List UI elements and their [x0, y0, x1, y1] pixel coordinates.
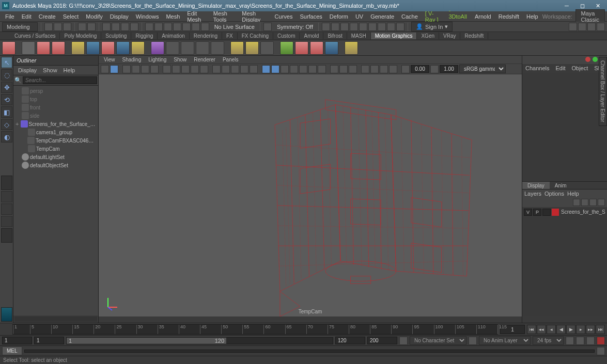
layout-two-icon[interactable] — [1, 203, 12, 215]
playblast-icon[interactable] — [387, 23, 395, 31]
vp-lights-icon[interactable] — [240, 65, 248, 73]
script-editor-icon[interactable] — [597, 347, 605, 355]
vp-wireframe-icon[interactable] — [212, 65, 221, 73]
shelf-tab-animation[interactable]: Animation — [158, 33, 189, 39]
vp-resolution-gate-icon[interactable] — [181, 65, 190, 73]
menu-surfaces[interactable]: Surfaces — [297, 12, 325, 21]
vp-exposure-input[interactable] — [411, 65, 429, 73]
menu-uv[interactable]: UV — [352, 12, 366, 21]
paint-select-icon[interactable] — [121, 23, 129, 31]
menu-select[interactable]: Select — [60, 12, 82, 21]
outliner-item[interactable]: front — [13, 103, 98, 112]
shelf-button[interactable] — [22, 41, 35, 55]
viewport-3d[interactable]: TempCam — [99, 74, 522, 316]
panel-layout-icon-2[interactable] — [578, 23, 586, 31]
open-scene-icon[interactable] — [54, 23, 62, 31]
range-track[interactable]: 1120 — [66, 337, 333, 344]
layer-menu-options[interactable]: Options — [544, 191, 564, 197]
vp-mode-4-icon[interactable] — [370, 65, 379, 73]
mode-selector[interactable]: Modeling — [2, 22, 38, 31]
shelf-mash-icon[interactable] — [2, 41, 15, 55]
outliner-menu-show[interactable]: Show — [40, 67, 60, 74]
render-setup-icon[interactable] — [378, 23, 386, 31]
vp-ao-icon[interactable] — [290, 65, 298, 73]
shelf-tab-mash[interactable]: MASH — [347, 33, 371, 39]
shelf-button[interactable] — [310, 41, 323, 55]
cb-tab-channels[interactable]: Channels — [522, 64, 552, 73]
menu-help[interactable]: Help — [523, 12, 541, 21]
shelf-button[interactable] — [325, 41, 338, 55]
vp-mode-5-icon[interactable] — [380, 65, 388, 73]
vp-mode-6-icon[interactable] — [389, 65, 397, 73]
outliner-item[interactable]: side — [13, 112, 98, 120]
menu-curves[interactable]: Curves — [272, 12, 296, 21]
time-ruler[interactable]: 1510152025303540455055606570758085909510… — [12, 324, 498, 335]
sign-in-button[interactable]: 👤 Sign In ▾ — [411, 22, 453, 31]
shelf-tab-fx[interactable]: FX — [222, 33, 238, 39]
play-forward-icon[interactable]: ▶ — [566, 325, 575, 334]
outliner-menu-help[interactable]: Help — [61, 67, 78, 74]
vp-gamma-input[interactable] — [440, 65, 458, 73]
menu-modify[interactable]: Modify — [83, 12, 105, 21]
vp-xray-joints-icon[interactable] — [281, 65, 289, 73]
redo-icon[interactable] — [87, 23, 96, 31]
select-mode-icon[interactable] — [102, 23, 111, 31]
layer-row[interactable]: V P Screens_for_the_Surface_Mini — [523, 208, 606, 216]
vp-grease-icon[interactable] — [150, 65, 159, 73]
shelf-tab-poly-modeling[interactable]: Poly Modeling — [60, 33, 101, 39]
history-icon[interactable] — [322, 23, 330, 31]
vp-colorspace-select[interactable]: sRGB gamma — [459, 65, 506, 73]
shelf-button[interactable] — [245, 41, 259, 55]
panel-layout-icon-3[interactable] — [587, 23, 596, 31]
menu-file[interactable]: File — [2, 12, 18, 21]
shelf-tab-xgen[interactable]: XGen — [417, 33, 439, 39]
shelf-svg-icon[interactable] — [52, 41, 65, 55]
cb-tab-object[interactable]: Object — [568, 64, 591, 73]
move-tool-icon[interactable]: ✥ — [1, 82, 12, 93]
vp-shaded-icon[interactable] — [222, 65, 230, 73]
step-forward-icon[interactable]: ▸ — [576, 325, 585, 334]
undo-icon[interactable] — [78, 23, 86, 31]
display-tab[interactable]: Display — [522, 182, 550, 189]
menu-generate[interactable]: Generate — [367, 12, 397, 21]
vp-mode-2-icon[interactable] — [349, 65, 357, 73]
scale-tool-icon[interactable]: ◧ — [1, 106, 12, 118]
snap-plane-icon[interactable] — [173, 23, 181, 31]
layer-menu-layers[interactable]: Layers — [524, 191, 541, 197]
vp-2d-pan-icon[interactable] — [141, 65, 149, 73]
shelf-button[interactable] — [280, 41, 293, 55]
shelf-tab-rendering[interactable]: Rendering — [190, 33, 222, 39]
pause-icon[interactable] — [396, 23, 404, 31]
layer-up-icon[interactable] — [573, 199, 580, 206]
menu-arnold[interactable]: Arnold — [472, 12, 494, 21]
shelf-tab-rigging[interactable]: Rigging — [131, 33, 158, 39]
outliner-scrollbar[interactable] — [13, 315, 98, 323]
new-scene-icon[interactable] — [44, 23, 53, 31]
step-back-key-icon[interactable]: ◂◂ — [537, 325, 546, 334]
anim-start-input[interactable] — [2, 337, 32, 344]
vp-textured-icon[interactable] — [231, 65, 239, 73]
snap-point-icon[interactable] — [164, 23, 172, 31]
symmetry-label[interactable]: Symmetry: Off — [275, 24, 315, 30]
snap-center-icon[interactable] — [192, 23, 200, 31]
ipr-icon[interactable] — [340, 23, 349, 31]
shelf-type-icon[interactable] — [37, 41, 50, 55]
command-input[interactable] — [24, 350, 595, 353]
layout-four-icon[interactable] — [1, 191, 12, 202]
vp-isolate-icon[interactable] — [262, 65, 270, 73]
last-tool-icon[interactable]: ◇ — [1, 119, 12, 130]
viewport-scrollbar[interactable] — [99, 316, 522, 323]
play-end-input[interactable] — [335, 337, 365, 344]
menu-cache[interactable]: Cache — [398, 12, 421, 21]
vp-xray-icon[interactable] — [271, 65, 279, 73]
outliner-item[interactable]: TempCam — [13, 145, 98, 153]
shelf-tab-redshift[interactable]: Redshift — [460, 33, 488, 39]
loop-icon[interactable] — [566, 337, 574, 345]
snap-grid-icon[interactable] — [145, 23, 153, 31]
hypershade-icon[interactable] — [359, 23, 367, 31]
shelf-button[interactable] — [131, 41, 145, 55]
snap-curve-icon[interactable] — [154, 23, 163, 31]
layer-color-swatch[interactable] — [552, 209, 559, 216]
vp-image-plane-icon[interactable] — [132, 65, 140, 73]
shelf-tab-curves---surfaces[interactable]: Curves / Surfaces — [10, 33, 60, 39]
